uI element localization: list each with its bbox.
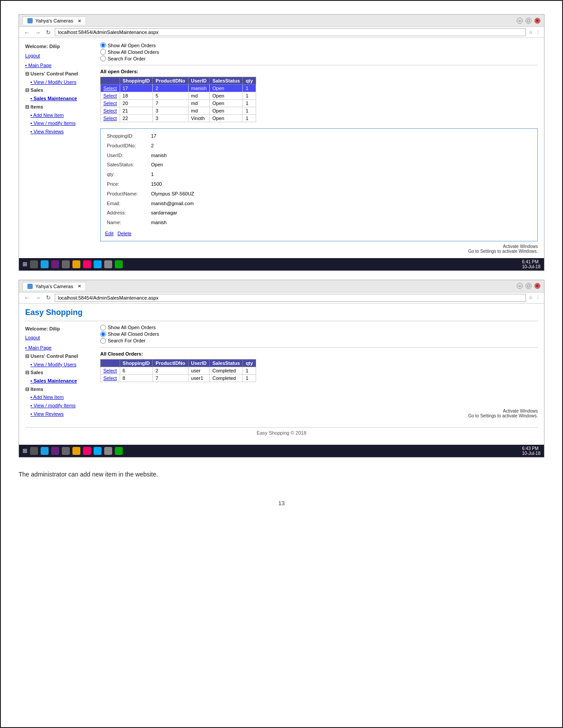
select-link-20[interactable]: Select	[103, 101, 117, 106]
cell-qty-22: 1	[243, 115, 256, 122]
minimize-btn-1[interactable]: –	[517, 18, 523, 24]
delete-link-1[interactable]: Delete	[117, 231, 132, 236]
tab-close-1[interactable]: ✕	[78, 19, 81, 23]
radio-open-orders-2[interactable]: Show All Open Orders	[100, 325, 538, 330]
address-input-2[interactable]	[55, 294, 526, 302]
taskbar-icon-folder-2[interactable]	[72, 447, 80, 455]
cell-status-8: Completed	[210, 374, 243, 382]
label-productname: ProductName:	[105, 189, 149, 199]
restore-btn-2[interactable]: □	[525, 283, 532, 289]
sales-header-1[interactable]: Sales	[25, 86, 96, 94]
select-link-18[interactable]: Select	[103, 93, 117, 98]
add-new-item-link-1[interactable]: Add New Item	[30, 111, 96, 120]
th-qty-2: qty	[243, 359, 256, 367]
activate-windows-2: Activate Windows Go to Settings to activ…	[100, 409, 538, 418]
start-btn-2[interactable]: ⊞	[23, 447, 27, 454]
view-modify-users-2[interactable]: View / Modify Users	[30, 360, 96, 369]
edit-link-1[interactable]: Edit	[105, 231, 113, 236]
cell-userid-22: Vinoth	[188, 115, 209, 122]
users-control-panel-2[interactable]: Users' Control Panel	[25, 352, 96, 360]
value-email: manish@gmail.com	[149, 199, 196, 209]
taskbar-icon-app3-2[interactable]	[104, 447, 112, 455]
restore-btn-1[interactable]: □	[525, 18, 532, 24]
add-new-item-link-2[interactable]: Add New Item	[30, 393, 96, 402]
refresh-btn-2[interactable]: ↻	[45, 294, 52, 301]
bookmark-icon-2[interactable]: ☆	[529, 295, 533, 300]
refresh-btn-1[interactable]: ↻	[45, 29, 52, 36]
close-btn-2[interactable]: ✕	[534, 283, 540, 289]
select-link-6[interactable]: Select	[103, 368, 117, 373]
view-reviews-link-2[interactable]: View Reviews	[30, 410, 96, 418]
addressbar-1: ← → ↻ ☆ ⋮	[19, 27, 544, 38]
taskbar-icon-grid-2[interactable]	[30, 447, 38, 455]
taskbar-icon-app1-2[interactable]	[83, 447, 91, 455]
taskbar-icon-vs-2[interactable]	[51, 447, 59, 455]
view-modify-items-link-1[interactable]: View / modify Items	[30, 119, 96, 128]
logout-link-1[interactable]: Logout	[25, 52, 96, 60]
forward-btn-1[interactable]: →	[34, 29, 42, 36]
radio-closed-orders-2[interactable]: Show All Closed Orders	[100, 331, 538, 337]
taskbar-icon-app1-1[interactable]	[83, 260, 91, 268]
radio-search-order-1[interactable]: Search For Order	[100, 56, 538, 61]
radio-open-orders-1[interactable]: Show All Open Orders	[100, 42, 538, 48]
taskbar-icon-app3-1[interactable]	[104, 260, 112, 268]
logout-link-2[interactable]: Logout	[25, 334, 96, 342]
menu-icon-2[interactable]: ⋮	[536, 295, 540, 300]
detail-row: Price: 1500	[105, 180, 196, 189]
radio-search-order-2[interactable]: Search For Order	[100, 338, 538, 344]
view-modify-items-link-2[interactable]: View / modify Items	[30, 402, 96, 410]
close-btn-1[interactable]: ✕	[534, 18, 540, 24]
taskbar-icon-edge-2[interactable]	[41, 447, 49, 455]
sales-header-2[interactable]: Sales	[25, 368, 96, 377]
radio-open-label-1: Show All Open Orders	[108, 43, 156, 48]
bookmark-icon-1[interactable]: ☆	[529, 30, 533, 35]
users-control-panel-1[interactable]: Users' Control Panel	[25, 70, 96, 78]
tab-close-2[interactable]: ✕	[78, 284, 81, 289]
value-name: manish	[149, 218, 196, 228]
menu-icon-1[interactable]: ⋮	[536, 30, 540, 35]
cell-status-22: Open	[210, 115, 243, 122]
taskbar-icon-app4-2[interactable]	[115, 447, 123, 455]
taskbar-icon-app4-1[interactable]	[115, 260, 123, 268]
taskbar-icon-app2-2[interactable]	[94, 447, 102, 455]
edit-delete-links-1: Edit Delete	[105, 229, 533, 238]
main-page-link-2[interactable]: Main Page	[25, 344, 96, 352]
view-reviews-link-1[interactable]: View Reviews	[30, 128, 96, 136]
value-qty: 1	[149, 170, 196, 180]
sales-maintenance-link-2[interactable]: Sales Maintenance	[30, 377, 96, 385]
main-page-link-1[interactable]: Main Page	[25, 61, 96, 70]
sales-maintenance-link-1[interactable]: Sales Maintenance	[30, 94, 96, 103]
select-link-22[interactable]: Select	[103, 116, 117, 121]
browser-controls-2: – □ ✕	[517, 283, 540, 289]
taskbar-icon-app2-1[interactable]	[94, 260, 102, 268]
detail-row: UserID: manish	[105, 151, 196, 161]
select-link-8[interactable]: Select	[103, 375, 117, 381]
forward-btn-2[interactable]: →	[34, 294, 42, 301]
back-btn-1[interactable]: ←	[23, 29, 31, 36]
select-link-21[interactable]: Select	[103, 108, 117, 113]
th-salesstatus-2: SalesStatus	[210, 359, 243, 367]
taskbar-icon-tools-1[interactable]	[62, 260, 70, 268]
tab-label-1: Yahya's Cameras	[35, 18, 73, 23]
address-input-1[interactable]	[55, 28, 526, 36]
browser-tab-2[interactable]: Yahya's Cameras ✕	[23, 282, 86, 290]
browser-tab-1[interactable]: Yahya's Cameras ✕	[23, 16, 86, 25]
detail-border-1: ShoppingID: 17 ProductIDNo: 2 UserID: ma…	[100, 128, 538, 241]
cell-productid-22: 3	[153, 115, 188, 122]
taskbar-icon-grid-1[interactable]	[30, 260, 38, 268]
back-btn-2[interactable]: ←	[23, 294, 31, 301]
taskbar-icon-edge-1[interactable]	[41, 260, 49, 268]
start-btn-1[interactable]: ⊞	[23, 261, 27, 267]
detail-row: ShoppingID: 17	[105, 131, 196, 141]
select-link-17[interactable]: Select	[103, 86, 117, 91]
radio-closed-orders-1[interactable]: Show All Closed Orders	[100, 49, 538, 55]
items-header-2[interactable]: Items	[25, 385, 96, 394]
taskbar-icon-tools-2[interactable]	[62, 447, 70, 455]
taskbar-icon-vs-1[interactable]	[51, 260, 59, 268]
taskbar-icon-folder-1[interactable]	[72, 260, 80, 268]
view-modify-users-1[interactable]: View / Modify Users	[30, 78, 96, 86]
minimize-btn-2[interactable]: –	[517, 283, 523, 289]
page-number: 13	[19, 500, 544, 507]
items-header-1[interactable]: Items	[25, 103, 96, 111]
page-wrapper: Yahya's Cameras ✕ – □ ✕ ← → ↻ ☆ ⋮ Welcom…	[19, 14, 544, 507]
